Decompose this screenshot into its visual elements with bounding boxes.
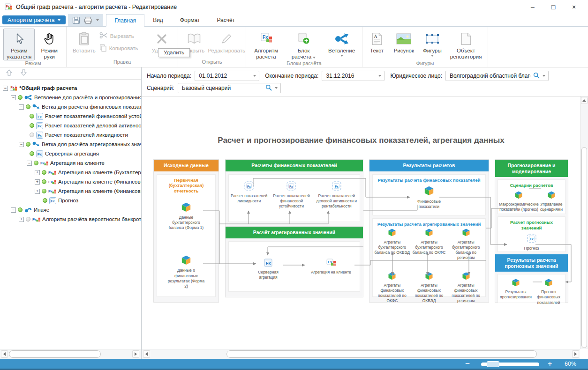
node-stability[interactable]: Fx Расчет показателей финансовой устойчи…: [270, 181, 313, 209]
tab-raschet[interactable]: Расчёт: [208, 14, 243, 26]
chevron-down-icon[interactable]: [378, 75, 381, 77]
tree-horizontal-scrollbar[interactable]: [0, 349, 141, 359]
source-header[interactable]: Исходные данные: [154, 160, 219, 171]
expander-icon[interactable]: [3, 86, 8, 91]
column-results[interactable]: Результаты расчетов Результаты расчета ф…: [369, 159, 489, 303]
expander-icon[interactable]: [19, 217, 24, 222]
paste-button[interactable]: Вставить: [70, 29, 98, 59]
chevron-down-icon[interactable]: [275, 87, 278, 89]
node-scenario-mgmt[interactable]: Управление сценариями: [539, 191, 564, 212]
edit-button[interactable]: Редактировать: [207, 29, 246, 59]
expander-icon[interactable]: [19, 142, 24, 147]
tree-item-bankruptcy[interactable]: Fx Алгоритм расчёта вероятности банкротс…: [0, 215, 141, 224]
copy-button[interactable]: Копировать: [99, 44, 149, 52]
scroll-left-button[interactable]: [1, 350, 8, 358]
move-down-button[interactable]: [20, 69, 27, 78]
fin-results-title[interactable]: Результаты расчета финансовых показателе…: [373, 175, 485, 183]
scrollbar-thumb[interactable]: [581, 147, 587, 348]
tree-item-server-agg[interactable]: Fx Серверная агрегация: [0, 149, 141, 158]
node-macro-forecast[interactable]: Макроэкономические показатели (прогноз): [499, 191, 539, 212]
tree-item-forecast[interactable]: Fx Прогноз: [0, 196, 141, 205]
scroll-right-button[interactable]: [572, 350, 579, 358]
node-finres-data[interactable]: Данные о финансовых результатах (Форма 2…: [157, 255, 215, 289]
tree-item-calc-activity[interactable]: Fx Расчет показателей деловой активности…: [0, 121, 141, 130]
fin-calc-header[interactable]: Расчеты финансовых показателей: [226, 160, 363, 171]
results-header[interactable]: Результаты расчетов: [369, 160, 489, 171]
scroll-up-button[interactable]: [581, 97, 588, 104]
node-fin-indicators[interactable]: Финансовые показатели: [373, 185, 485, 209]
cut-button[interactable]: Вырезать: [99, 32, 149, 40]
tree-item-branching[interactable]: Ветвление для расчёта и прогнозирования: [0, 93, 141, 102]
scenario-field[interactable]: Базовый сценарий: [178, 83, 281, 93]
app-menu-button[interactable]: Алгоритм расчёта: [2, 15, 66, 24]
block-fin-calc[interactable]: Расчеты финансовых показателей Fx Расчет…: [225, 159, 363, 228]
scroll-left-button[interactable]: [143, 350, 150, 358]
minimize-button[interactable]: –: [522, 0, 543, 14]
source-card-title[interactable]: Первичная (бухгалтерская) отчетность: [157, 175, 215, 194]
picture-button[interactable]: Рисунок: [391, 29, 417, 60]
tree-item-root[interactable]: Fx *Общий граф расчета: [0, 83, 141, 93]
agg-results-title[interactable]: Результаты расчета агрегированных значен…: [373, 219, 485, 227]
node-client-agg[interactable]: Fx Агрегация на клиенте: [309, 259, 353, 275]
node-agg-balance-okfs[interactable]: Агрегаты бухгалтерского баланса по ОКФС: [411, 228, 448, 260]
expander-icon[interactable]: [19, 104, 24, 110]
close-button[interactable]: ×: [564, 0, 584, 14]
scrollbar-thumb[interactable]: [9, 350, 101, 358]
canvas-vertical-scrollbar[interactable]: [580, 96, 588, 349]
node-agg-fin-region[interactable]: Агрегаты финансовых показателей по регио…: [447, 272, 484, 303]
canvas-horizontal-scrollbar[interactable]: [142, 349, 580, 359]
zoom-slider-thumb[interactable]: [487, 361, 499, 367]
pointer-mode-button[interactable]: Режим указателя: [3, 29, 35, 60]
hand-mode-button[interactable]: Режим руки: [36, 29, 63, 60]
text-button[interactable]: A Текст: [366, 29, 388, 60]
expander-icon[interactable]: [35, 179, 40, 185]
tab-vid[interactable]: Вид: [144, 14, 172, 26]
diagram-title[interactable]: Расчет и прогнозирование финансовых пока…: [142, 136, 580, 145]
print-button[interactable]: [84, 16, 92, 24]
scrollbar-thumb[interactable]: [226, 350, 537, 358]
forecast-header[interactable]: Прогнозирование и моделирование: [495, 160, 568, 177]
tree-item-else[interactable]: Иначе: [0, 205, 141, 215]
column-forecast[interactable]: Прогнозирование и моделирование Сценарии…: [495, 159, 568, 303]
search-icon[interactable]: [265, 84, 272, 92]
node-agg-balance-okved[interactable]: Агрегаты бухгалтерского баланса по ОКВЭД: [374, 228, 411, 260]
expander-icon[interactable]: [11, 95, 16, 100]
node-fin-forecast[interactable]: Прогноз финансовых показателей: [533, 278, 564, 305]
branching-button[interactable]: Ветвление: [324, 29, 359, 60]
maximize-button[interactable]: □: [543, 0, 564, 14]
scroll-right-button[interactable]: [132, 350, 139, 358]
zoom-out-button[interactable]: −: [465, 359, 470, 369]
tree-item-branch-agg[interactable]: Ветка для расчёта агрегированных значени…: [0, 140, 141, 149]
node-liquidity[interactable]: Fx Расчет показателей ликвидности: [229, 181, 269, 204]
tree-item-client-agg-balance[interactable]: Fx Агрегация на клиенте (Бухгалтерский б…: [0, 168, 141, 177]
block-button[interactable]: Блок расчёта: [287, 29, 320, 60]
print-options-dropdown[interactable]: [96, 19, 99, 21]
agg-calc-header[interactable]: Расчёт агрегированных значений: [226, 227, 363, 238]
tree-item-client-agg-finres[interactable]: Fx Агрегация на клиенте (Финансовые резу…: [0, 177, 141, 186]
block-agg-calc[interactable]: Расчёт агрегированных значений Fx Сервер…: [225, 226, 363, 297]
node-activity[interactable]: Fx Расчет показателей деловой активности…: [314, 181, 359, 209]
node-agg-fin-okved[interactable]: Агрегаты финансовых показателей по ОКВЭД: [411, 272, 448, 303]
node-agg-fin-okfs[interactable]: Агрегаты финансовых показателей по ОКФС: [374, 272, 411, 303]
column-source-data[interactable]: Исходные данные Первичная (бухгалтерская…: [153, 159, 219, 303]
node-forecast-results[interactable]: Результаты прогнозирования: [499, 278, 533, 300]
expander-icon[interactable]: [27, 161, 32, 166]
node-agg-balance-region[interactable]: Агрегаты бухгалтерского баланса по регио…: [447, 228, 484, 260]
scenarios-title[interactable]: Сценарии расчетов: [498, 180, 565, 188]
chevron-down-icon[interactable]: [543, 75, 545, 77]
expander-icon[interactable]: [35, 170, 40, 175]
search-icon[interactable]: [533, 72, 540, 80]
node-forecast[interactable]: Fx Прогноз: [498, 234, 565, 251]
node-balance-data[interactable]: Данные бухгалтерского баланса (Форма 1): [157, 202, 215, 230]
node-server-agg[interactable]: Fx Серверная агрегация: [249, 259, 288, 280]
expander-icon[interactable]: [35, 189, 40, 194]
tree-item-client-agg[interactable]: Fx Агрегация на клиенте: [0, 158, 141, 168]
repo-object-button[interactable]: Объект репозитория: [447, 29, 484, 60]
chevron-down-icon[interactable]: [253, 75, 256, 77]
algorithm-button[interactable]: Fx Алгоритм расчёта: [249, 29, 283, 60]
tab-format[interactable]: Формат: [172, 14, 209, 26]
save-button[interactable]: [72, 16, 80, 24]
forecast-calc-title[interactable]: Расчет прогнозных значений: [498, 217, 565, 231]
move-up-button[interactable]: [6, 69, 13, 78]
period-end-field[interactable]: 31.12.2016: [322, 71, 384, 81]
